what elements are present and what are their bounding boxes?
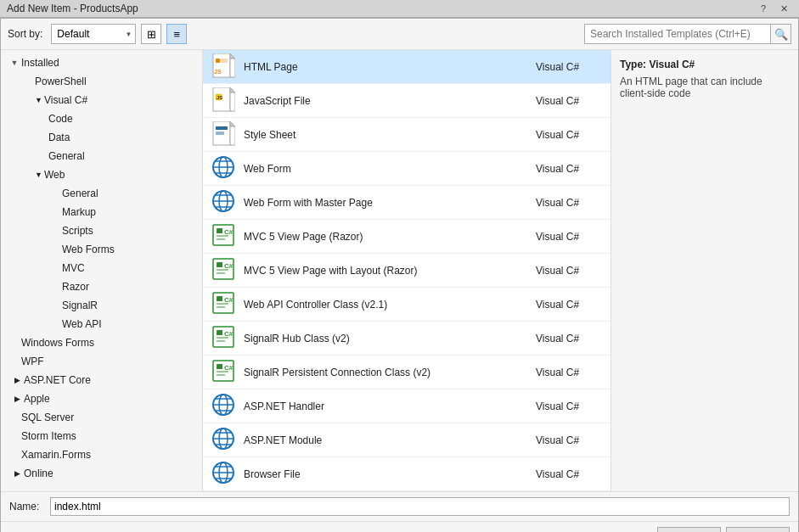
aspnet-module-icon <box>210 427 237 454</box>
mvc-view-layout-name: MVC 5 View Page with Layout (Razor) <box>244 265 536 277</box>
tree-item-aspnet-core[interactable]: ▶ ASP.NET Core <box>1 371 202 389</box>
tree-label-code: Code <box>48 113 73 125</box>
style-sheet-type: Visual C# <box>536 129 604 141</box>
list-item-signalr-persistent[interactable]: C# SignalR Persistent Connection Class (… <box>203 356 611 389</box>
list-item-web-form[interactable]: Web Form Visual C# <box>203 152 611 186</box>
tree-item-web-api[interactable]: Web API <box>1 315 202 333</box>
tree-item-data[interactable]: Data <box>1 128 202 147</box>
signalr-persistent-type: Visual C# <box>536 367 604 378</box>
svg-marker-1 <box>230 53 235 59</box>
list-item-web-api-controller[interactable]: C# Web API Controller Class (v2.1) Visua… <box>203 288 611 322</box>
tree-item-scripts[interactable]: Scripts <box>1 221 202 240</box>
list-item-style-sheet[interactable]: Style Sheet Visual C# <box>203 118 611 152</box>
html-page-name: HTML Page <box>244 61 536 73</box>
titlebar-controls: ? ✕ <box>755 0 792 17</box>
tree-item-sql-server[interactable]: SQL Server <box>1 408 202 427</box>
tree-item-storm-items[interactable]: Storm Items <box>1 427 202 445</box>
type-row: Type: Visual C# <box>620 59 790 70</box>
list-item-web-form-master[interactable]: Web Form with Master Page Visual C# <box>203 186 611 220</box>
help-button[interactable]: ? <box>755 0 772 17</box>
tree-label-general: General <box>48 150 85 162</box>
search-input[interactable] <box>584 24 771 44</box>
svg-text:JS: JS <box>217 95 222 100</box>
tree-item-visual-csharp[interactable]: ▼ Visual C# <box>1 91 202 109</box>
tree-item-online[interactable]: ▶ Online <box>1 464 202 483</box>
tree-label-signalr: SignalR <box>62 300 98 311</box>
js-file-type: Visual C# <box>536 95 604 107</box>
tree-item-markup[interactable]: Markup <box>1 203 202 221</box>
sort-label: Sort by: <box>8 28 42 40</box>
tree-label-razor: Razor <box>62 281 89 293</box>
svg-rect-29 <box>217 238 225 240</box>
tree-item-installed[interactable]: ▼ Installed <box>1 53 202 72</box>
list-item-mvc-view-layout[interactable]: C# MVC 5 View Page with Layout (Razor) V… <box>203 254 611 288</box>
type-key: Type: <box>620 59 646 70</box>
tree-item-razor[interactable]: Razor <box>1 277 202 296</box>
svg-marker-12 <box>230 121 235 126</box>
tree-item-powershell[interactable]: PowerShell <box>1 72 202 91</box>
tree-item-code[interactable]: Code <box>1 109 202 128</box>
tree-label-apple: Apple <box>24 393 50 405</box>
browser-file-name: Browser File <box>244 468 536 480</box>
tree-item-general[interactable]: General <box>1 147 202 165</box>
signalr-hub-type: Visual C# <box>536 333 604 344</box>
list-item-mvc-view[interactable]: C# MVC 5 View Page (Razor) Visual C# <box>203 220 611 254</box>
tree-label-data: Data <box>48 132 70 143</box>
name-input[interactable] <box>50 497 790 516</box>
svg-rect-47 <box>217 364 222 369</box>
right-panel: Type: Visual C# An HTML page that can in… <box>611 50 798 491</box>
tree-label-storm-items: Storm Items <box>21 430 76 442</box>
tree-label-wpf: WPF <box>21 356 44 367</box>
list-item-aspnet-module[interactable]: ASP.NET Module Visual C# <box>203 423 611 457</box>
cancel-button[interactable]: Cancel <box>726 527 790 532</box>
aspnet-module-name: ASP.NET Module <box>244 434 536 446</box>
svg-marker-7 <box>230 87 235 92</box>
tree-label-web: Web <box>44 169 65 181</box>
browser-file-type: Visual C# <box>536 468 604 480</box>
tree-arrow-aspnet-core: ▶ <box>14 376 20 384</box>
mvc-view-icon: C# <box>210 223 237 250</box>
list-item-browser-file[interactable]: Browser File Visual C# <box>203 457 611 491</box>
sort-select[interactable]: Default Name Type <box>51 24 136 44</box>
svg-text:C#: C# <box>224 228 234 236</box>
list-item-aspnet-handler[interactable]: ASP.NET Handler Visual C# <box>203 389 611 423</box>
tree-item-signalr[interactable]: SignalR <box>1 296 202 315</box>
tree-item-xamarin-forms[interactable]: Xamarin.Forms <box>1 445 202 464</box>
tree-item-wpf[interactable]: WPF <box>1 352 202 371</box>
svg-rect-44 <box>217 340 225 342</box>
action-bar: Add Cancel <box>1 521 798 532</box>
sort-select-wrapper[interactable]: Default Name Type <box>51 24 136 44</box>
tree-item-web[interactable]: ▼ Web <box>1 165 202 184</box>
web-form-name: Web Form <box>244 163 536 175</box>
view-grid-button[interactable]: ⊞ <box>141 24 161 44</box>
tree-item-apple[interactable]: ▶ Apple <box>1 389 202 408</box>
titlebar: Add New Item - ProductsApp ? ✕ <box>0 0 799 18</box>
tree-arrow-apple: ▶ <box>14 395 20 403</box>
description-text: An HTML page that can include client-sid… <box>620 76 790 99</box>
svg-rect-2 <box>230 59 235 77</box>
web-form-master-name: Web Form with Master Page <box>244 197 536 209</box>
svg-rect-42 <box>217 330 222 335</box>
svg-text:C#: C# <box>224 330 234 338</box>
list-item-js-file[interactable]: JS JavaScript File Visual C# <box>203 84 611 118</box>
web-api-controller-type: Visual C# <box>536 299 604 311</box>
view-list-button[interactable]: ≡ <box>166 24 187 44</box>
tree-label-sql-server: SQL Server <box>21 412 74 423</box>
tree-item-web-forms-sub[interactable]: Web Forms <box>1 240 202 259</box>
tree-item-windows-forms[interactable]: Windows Forms <box>1 333 202 352</box>
search-button[interactable]: 🔍 <box>771 24 791 44</box>
style-sheet-icon <box>210 121 237 148</box>
toolbar: Sort by: Default Name Type ⊞ ≡ 🔍 <box>1 19 798 50</box>
left-panel: ▼ Installed PowerShell ▼ Visual C# Code <box>1 50 203 491</box>
html-page-icon: JS <box>210 53 237 81</box>
tree-label-installed: Installed <box>21 57 59 69</box>
close-button[interactable]: ✕ <box>775 0 792 17</box>
add-button[interactable]: Add <box>657 527 721 532</box>
name-label: Name: <box>9 501 43 512</box>
tree-item-mvc[interactable]: MVC <box>1 259 202 277</box>
svg-text:JS: JS <box>214 69 222 75</box>
list-item-signalr-hub[interactable]: C# SignalR Hub Class (v2) Visual C# <box>203 322 611 356</box>
tree-item-general2[interactable]: General <box>1 184 202 203</box>
bottom-bar: Name: <box>1 491 798 521</box>
list-item-html-page[interactable]: JS HTML Page Visual C# <box>203 50 611 84</box>
